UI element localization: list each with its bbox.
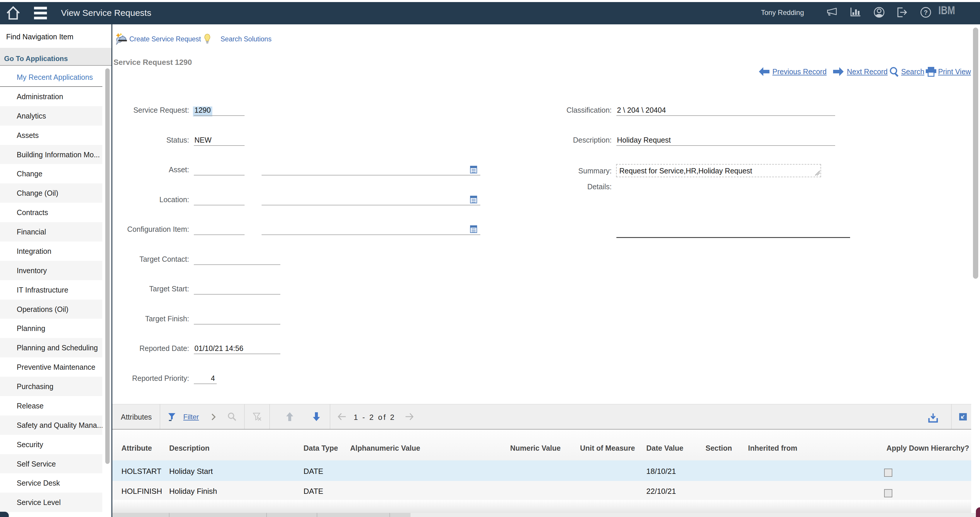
svg-text:IBM: IBM: [939, 6, 955, 16]
svg-text:?: ?: [924, 9, 928, 16]
